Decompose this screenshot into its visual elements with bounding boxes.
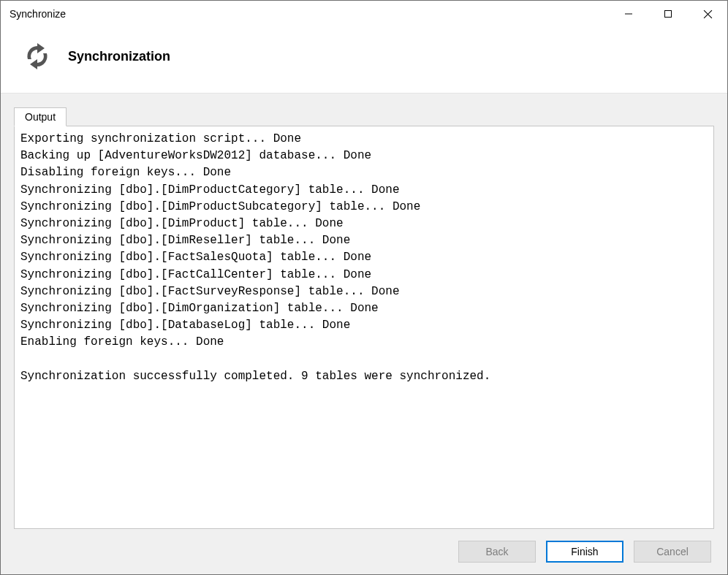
finish-button[interactable]: Finish (546, 541, 623, 563)
close-button[interactable] (688, 1, 727, 27)
cancel-button: Cancel (634, 541, 711, 563)
dialog-header: Synchronization (1, 27, 727, 93)
back-button: Back (458, 541, 536, 563)
titlebar: Synchronize (1, 1, 727, 27)
window-controls (609, 1, 727, 27)
tabstrip: Output (14, 107, 714, 126)
svg-rect-1 (665, 11, 672, 18)
maximize-icon (664, 9, 672, 18)
maximize-button[interactable] (648, 1, 688, 27)
dialog-body: Output Exporting synchronization script.… (1, 94, 727, 529)
tab-output[interactable]: Output (14, 107, 67, 126)
dialog-footer: Back Finish Cancel (1, 529, 727, 574)
synchronize-dialog: Synchronize (0, 0, 728, 575)
minimize-button[interactable] (609, 1, 648, 27)
minimize-icon (624, 9, 633, 18)
close-icon (703, 9, 713, 19)
output-log[interactable]: Exporting synchronization script... Done… (14, 126, 714, 529)
dialog-title: Synchronization (68, 49, 170, 64)
sync-icon (23, 42, 52, 71)
window-title: Synchronize (10, 8, 66, 20)
